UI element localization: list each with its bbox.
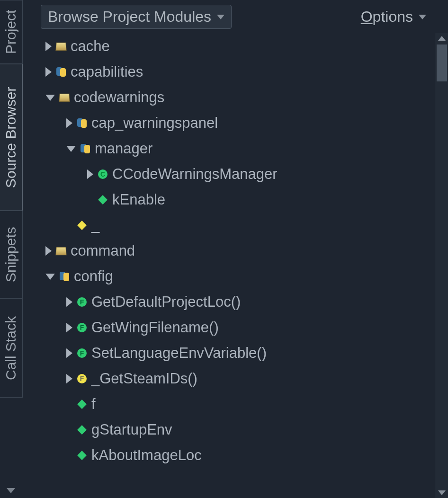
package-icon — [55, 41, 67, 52]
tree-label: codewarnings — [74, 89, 164, 106]
python-module-icon — [80, 143, 91, 154]
tree-label: manager — [95, 140, 152, 157]
collapse-icon[interactable] — [45, 95, 55, 101]
package-icon — [59, 92, 70, 103]
function-icon: F — [76, 347, 88, 359]
expand-icon[interactable] — [66, 348, 72, 358]
expand-icon[interactable] — [45, 42, 52, 51]
tree-label: kAboutImageLoc — [91, 447, 202, 464]
python-module-icon — [55, 66, 67, 78]
tree-label: cache — [71, 38, 110, 55]
vertical-scrollbar[interactable] — [435, 33, 448, 498]
source-browser-panel: Browse Project Modules Options cache cap… — [38, 0, 433, 498]
variable-icon — [76, 220, 88, 231]
tree-row-ccodewarningsmanager[interactable]: C CCodeWarningsManager — [42, 161, 433, 187]
expand-icon[interactable] — [45, 67, 52, 77]
tree-row-config[interactable]: config — [42, 264, 433, 289]
tab-snippets[interactable]: Snippets — [0, 211, 23, 298]
module-tree: cache capabilities codewarnings cap_warn… — [38, 34, 433, 498]
tree-label: f — [91, 396, 96, 413]
tree-row-codewarnings[interactable]: codewarnings — [42, 85, 433, 110]
collapse-icon[interactable] — [66, 146, 76, 152]
tree-label: SetLanguageEnvVariable() — [91, 345, 267, 362]
variable-icon — [76, 424, 88, 436]
tree-label: _ — [91, 217, 99, 234]
function-icon: F — [76, 322, 88, 333]
browse-modules-label: Browse Project Modules — [48, 8, 211, 26]
python-module-icon — [59, 271, 70, 282]
expand-icon[interactable] — [66, 297, 72, 307]
tree-row-setlanguageenvvariable[interactable]: F SetLanguageEnvVariable() — [42, 340, 433, 366]
python-module-icon — [76, 117, 88, 129]
options-label: Options — [361, 8, 413, 26]
variable-icon — [76, 399, 88, 410]
toolbar: Browse Project Modules Options — [38, 0, 433, 34]
function-icon: F — [76, 373, 88, 384]
function-icon: F — [76, 296, 88, 308]
tree-row-getwingfilename[interactable]: F GetWingFilename() — [42, 315, 433, 340]
tree-label: GetDefaultProjectLoc() — [91, 293, 241, 311]
scroll-down-icon[interactable] — [438, 490, 446, 495]
variable-icon — [97, 194, 108, 205]
tree-label: cap_warningspanel — [91, 115, 218, 132]
tree-label: kEnable — [112, 191, 165, 208]
tree-row-cache[interactable]: cache — [42, 34, 433, 59]
package-icon — [55, 245, 67, 257]
chevron-down-icon — [217, 15, 224, 19]
tree-row-getdefaultprojectloc[interactable]: F GetDefaultProjectLoc() — [42, 289, 433, 315]
tree-row-kenable[interactable]: kEnable — [42, 187, 433, 213]
tree-row-command[interactable]: command — [42, 238, 433, 264]
variable-icon — [76, 450, 88, 461]
tree-row-kaboutimageloc[interactable]: kAboutImageLoc — [42, 443, 433, 468]
tree-row-f[interactable]: f — [42, 391, 433, 417]
class-icon: C — [97, 169, 108, 180]
expand-icon[interactable] — [45, 246, 52, 256]
tree-label: GetWingFilename() — [91, 319, 219, 336]
expand-icon[interactable] — [66, 374, 72, 383]
tree-label: command — [71, 242, 135, 259]
options-menu[interactable]: Options — [361, 8, 426, 26]
collapse-icon[interactable] — [45, 274, 55, 280]
expand-icon[interactable] — [87, 169, 93, 179]
tree-label: gStartupEnv — [91, 421, 172, 438]
scroll-thumb[interactable] — [437, 44, 447, 81]
tree-label: _GetSteamIDs() — [91, 370, 197, 387]
tree-row-capabilities[interactable]: capabilities — [42, 59, 433, 85]
browse-modules-dropdown[interactable]: Browse Project Modules — [41, 5, 232, 29]
tree-row-gstartupenv[interactable]: gStartupEnv — [42, 417, 433, 443]
tab-project[interactable]: Project — [0, 0, 23, 64]
scroll-up-icon[interactable] — [438, 36, 446, 41]
tree-label: CCodeWarningsManager — [112, 166, 278, 183]
tree-row-getsteamids[interactable]: F _GetSteamIDs() — [42, 366, 433, 391]
chevron-down-icon — [419, 15, 426, 19]
expand-icon[interactable] — [66, 323, 72, 332]
expand-icon[interactable] — [66, 118, 72, 128]
tab-call-stack[interactable]: Call Stack — [0, 298, 23, 398]
tab-source-browser[interactable]: Source Browser — [0, 64, 23, 211]
sidebar-tabs: Project Source Browser Snippets Call Sta… — [0, 0, 23, 498]
tree-row-cap-warningspanel[interactable]: cap_warningspanel — [42, 110, 433, 136]
sidebar-more-icon[interactable] — [7, 488, 15, 493]
tree-label: config — [74, 268, 113, 285]
tree-label: capabilities — [71, 63, 143, 80]
tree-row-manager[interactable]: manager — [42, 136, 433, 161]
tree-row-underscore[interactable]: _ — [42, 213, 433, 238]
